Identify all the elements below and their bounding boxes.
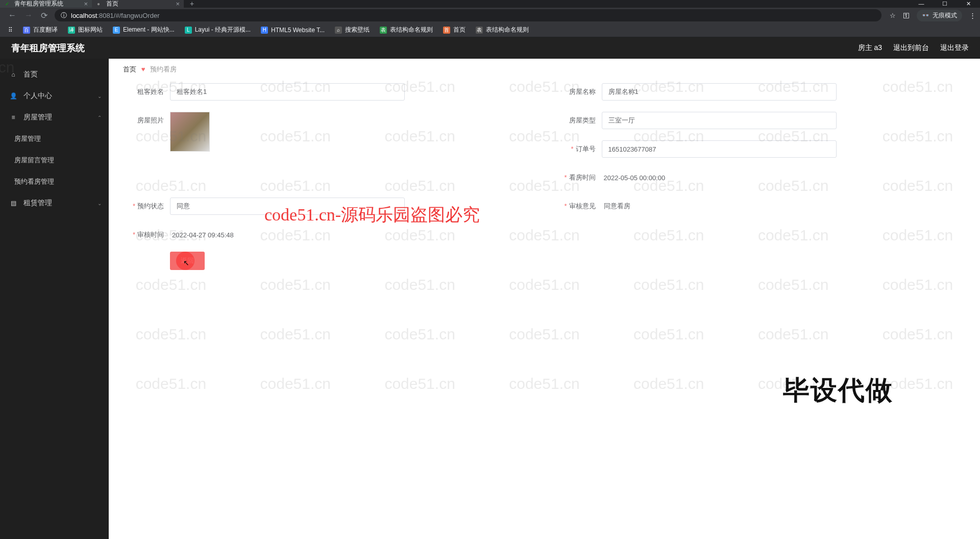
app-layout: ⌂ 首页 👤 个人中心 ⌄ ≡ 房屋管理 ⌃ 房屋管理 房屋留言管理 预约看房管… xyxy=(0,59,980,539)
row-view-time: 看房时间 2022-05-05 00:00:00 xyxy=(555,169,966,186)
row-order-no: 订单号 1651023677087 xyxy=(555,140,966,158)
tab-favicon: ✓ xyxy=(5,1,11,7)
sidebar-item-lease-mgmt[interactable]: ▤ 租赁管理 ⌄ xyxy=(0,192,109,214)
back-button[interactable]: ← xyxy=(4,11,20,20)
sidebar-item-home[interactable]: ⌂ 首页 xyxy=(0,64,109,85)
star-icon[interactable]: ☆ xyxy=(890,12,896,19)
user-icon: 👤 xyxy=(9,92,17,100)
main-content: 首页 ♥ 预约看房 租客姓名 租客姓名1 房屋名称 房屋名称1 房屋照片 房屋类… xyxy=(109,59,980,539)
bookmarks-bar: ⠿ 百百度翻译 译图标网站 EElement - 网站快... LLayui -… xyxy=(0,23,980,37)
bookmark-icon: 表 xyxy=(476,27,483,34)
bookmark[interactable]: LLayui - 经典开源模... xyxy=(181,24,255,36)
browser-tab-strip: ✓ 青年租房管理系统 × ● 首页 × + — ☐ ✕ xyxy=(0,0,980,8)
label-audit-opinion: 审核意见 xyxy=(555,198,596,211)
browser-tab-active[interactable]: ✓ 青年租房管理系统 × xyxy=(0,0,92,8)
close-icon[interactable]: × xyxy=(176,0,180,8)
bookmark-label: 百度翻译 xyxy=(33,26,58,34)
sidebar-subitem-house-msg[interactable]: 房屋留言管理 xyxy=(0,150,109,171)
label-view-time: 看房时间 xyxy=(555,169,596,182)
input-order-no[interactable]: 1651023677087 xyxy=(602,140,837,158)
menu-icon[interactable]: ⋮ xyxy=(969,12,976,19)
bookmark-icon: H xyxy=(261,27,268,34)
label-booking-status: 预约状态 xyxy=(123,198,164,211)
chevron-down-icon: ⌄ xyxy=(97,201,102,206)
close-icon[interactable]: × xyxy=(84,0,88,8)
url-path: /#/fangwuOrder xyxy=(114,12,160,19)
house-photo-thumb[interactable] xyxy=(170,112,210,152)
bookmark-icon: 首 xyxy=(443,27,450,34)
row-house-name: 房屋名称 房屋名称1 xyxy=(555,83,966,101)
bookmark[interactable]: 译图标网站 xyxy=(64,24,107,36)
sidebar-item-label: 首页 xyxy=(23,70,38,79)
heart-icon: ♥ xyxy=(141,65,145,73)
sidebar-item-label: 租赁管理 xyxy=(23,199,52,208)
text-view-time: 2022-05-05 00:00:00 xyxy=(602,169,966,186)
browser-tab[interactable]: ● 首页 × xyxy=(92,0,184,8)
maximize-button[interactable]: ☐ xyxy=(933,0,957,8)
sidebar-item-personal[interactable]: 👤 个人中心 ⌄ xyxy=(0,85,109,107)
minimize-button[interactable]: — xyxy=(910,0,933,8)
tab-title: 首页 xyxy=(106,0,118,8)
sidebar-item-house-mgmt[interactable]: ≡ 房屋管理 ⌃ xyxy=(0,107,109,128)
row-booking-status: 预约状态 同意 xyxy=(123,198,534,215)
corner-watermark: 毕设代做 xyxy=(783,373,893,408)
header-owner[interactable]: 房主 a3 xyxy=(858,43,882,53)
bookmark[interactable]: 首首页 xyxy=(439,24,470,36)
sidebar-subitem-house-mgmt[interactable]: 房屋管理 xyxy=(0,128,109,150)
row-house-type: 房屋类型 三室一厅 xyxy=(555,112,966,129)
input-tenant-name[interactable]: 租客姓名1 xyxy=(170,83,405,101)
tab-title: 青年租房管理系统 xyxy=(14,0,63,8)
header-logout[interactable]: 退出登录 xyxy=(940,43,969,53)
bookmark-label: Layui - 经典开源模... xyxy=(195,26,251,34)
stack-icon: ▤ xyxy=(9,200,17,207)
input-house-type[interactable]: 三室一厅 xyxy=(602,112,837,129)
header-to-front[interactable]: 退出到前台 xyxy=(893,43,929,53)
button-row: 返回 ↖ xyxy=(109,243,980,278)
tab-favicon: ● xyxy=(97,1,103,7)
app-header: 青年租房管理系统 房主 a3 退出到前台 退出登录 xyxy=(0,37,980,59)
breadcrumb-home[interactable]: 首页 xyxy=(123,65,136,73)
row-audit-opinion: 审核意见 同意看房 xyxy=(555,198,966,215)
watermark-row: code51.cncode51.cncode51.cncode51.cncode… xyxy=(109,276,980,293)
new-tab-button[interactable]: + xyxy=(184,0,200,8)
bookmark-icon: L xyxy=(185,27,192,34)
watermark-row: code51.cncode51.cncode51.cncode51.cncode… xyxy=(109,326,980,343)
forward-button[interactable]: → xyxy=(20,11,37,20)
bookmark[interactable]: 百百度翻译 xyxy=(19,24,62,36)
key-icon[interactable]: ⚿ xyxy=(903,12,910,19)
label-tenant-name: 租客姓名 xyxy=(123,83,164,96)
home-icon: ⌂ xyxy=(9,71,17,78)
bookmark[interactable]: EElement - 网站快... xyxy=(109,24,179,36)
input-booking-status[interactable]: 同意 xyxy=(170,198,405,215)
bookmark[interactable]: 表表结构命名规则 xyxy=(376,24,437,36)
bookmark-label: 搜索壁纸 xyxy=(345,26,370,34)
row-tenant-name: 租客姓名 租客姓名1 xyxy=(123,83,534,101)
bookmark-icon: 百 xyxy=(23,27,30,34)
sidebar-subitem-booking[interactable]: 预约看房管理 xyxy=(0,171,109,192)
sidebar-item-label: 房屋管理 xyxy=(23,113,52,122)
sidebar: ⌂ 首页 👤 个人中心 ⌄ ≡ 房屋管理 ⌃ 房屋管理 房屋留言管理 预约看房管… xyxy=(0,59,109,539)
browser-toolbar: ← → ⟳ ⓘ localhost:8081/#/fangwuOrder ☆ ⚿… xyxy=(0,8,980,23)
input-house-name[interactable]: 房屋名称1 xyxy=(602,83,837,101)
info-icon: ⓘ xyxy=(61,11,67,20)
bookmark[interactable]: HHTML5 Website T... xyxy=(257,25,329,35)
apps-icon[interactable]: ⠿ xyxy=(4,25,17,35)
header-actions: 房主 a3 退出到前台 退出登录 xyxy=(858,43,969,53)
bookmark[interactable]: ⌕搜索壁纸 xyxy=(331,24,374,36)
bookmark[interactable]: 表表结构命名规则 xyxy=(472,24,533,36)
bookmark-icon: ⌕ xyxy=(335,27,342,34)
bookmark-label: Element - 网站快... xyxy=(123,26,175,34)
back-button[interactable]: 返回 ↖ xyxy=(170,252,205,270)
watermark-row: code51.cncode51.cncode51.cncode51.cncode… xyxy=(109,375,980,393)
app-title: 青年租房管理系统 xyxy=(11,42,85,54)
bookmark-icon: E xyxy=(113,27,120,34)
incognito-badge: 👓 无痕模式 xyxy=(917,10,962,21)
close-button[interactable]: ✕ xyxy=(957,0,980,8)
row-house-photo: 房屋照片 xyxy=(123,112,534,158)
chevron-up-icon: ⌃ xyxy=(97,115,102,120)
row-empty xyxy=(123,169,534,186)
address-bar[interactable]: ⓘ localhost:8081/#/fangwuOrder xyxy=(55,9,881,21)
text-audit-opinion: 同意看房 xyxy=(602,198,966,215)
detail-form: 租客姓名 租客姓名1 房屋名称 房屋名称1 房屋照片 房屋类型 三室一厅 订单号… xyxy=(109,83,980,243)
reload-button[interactable]: ⟳ xyxy=(37,11,52,20)
